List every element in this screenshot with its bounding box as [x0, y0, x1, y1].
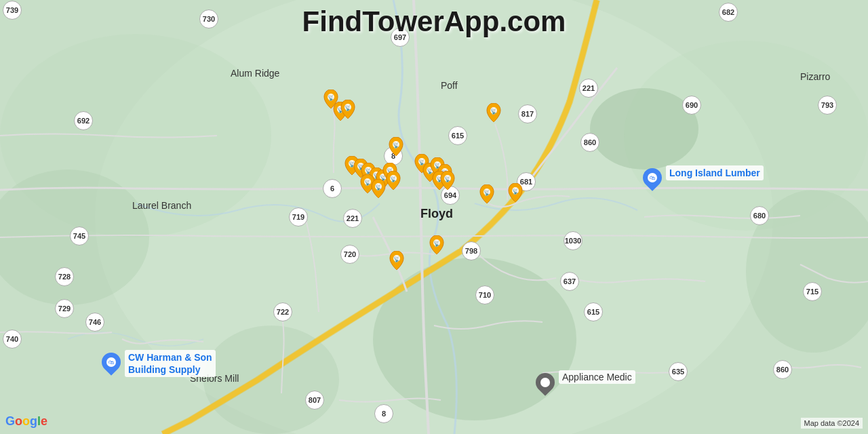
- tower-marker-t21[interactable]: 📡: [479, 184, 495, 203]
- road-label-r719: 719: [289, 208, 308, 226]
- road-label-r798: 798: [462, 241, 481, 260]
- road-label-r745: 745: [70, 226, 89, 245]
- road-label-r221a: 221: [579, 79, 598, 98]
- tower-marker-t3[interactable]: 📡: [340, 100, 356, 119]
- svg-text:📡: 📡: [393, 142, 399, 149]
- svg-text:📡: 📡: [444, 176, 451, 182]
- road-label-r6xx: 6: [323, 179, 342, 198]
- place-label-poff: Poff: [441, 80, 458, 91]
- svg-text:📡: 📡: [512, 188, 519, 195]
- business-marker-appliance-medic[interactable]: Appliance Medic: [536, 373, 555, 392]
- tower-marker-t4[interactable]: 📡: [388, 137, 404, 156]
- road-label-r728: 728: [55, 267, 74, 286]
- road-label-r860a: 860: [580, 133, 599, 152]
- map-container: FindTowerApp.com 73973069768269261581722…: [0, 0, 868, 434]
- tower-marker-t22[interactable]: 📡: [507, 183, 524, 202]
- road-label-r807: 807: [305, 391, 324, 410]
- road-label-r715: 715: [803, 282, 822, 301]
- road-label-r860b: 860: [773, 360, 792, 379]
- road-label-r221b: 221: [343, 209, 362, 228]
- map-attribution: Map data ©2024: [801, 418, 863, 429]
- road-label-r740: 740: [3, 330, 22, 349]
- business-marker-long-island-lumber[interactable]: 🛍 Long Island Lumber: [643, 168, 662, 187]
- tower-marker-t24[interactable]: 📡: [389, 251, 405, 270]
- tower-marker-t13[interactable]: 📡: [385, 171, 401, 190]
- place-label-laurel-branch: Laurel Branch: [132, 200, 191, 211]
- svg-text:📡: 📡: [490, 108, 497, 115]
- svg-text:📡: 📡: [433, 240, 440, 247]
- road-label-r690: 690: [682, 96, 701, 115]
- road-label-r739: 739: [3, 1, 22, 20]
- road-label-r746: 746: [85, 313, 104, 332]
- road-label-r682: 682: [719, 3, 738, 22]
- road-label-r729: 729: [55, 299, 74, 318]
- road-label-r692: 692: [74, 111, 93, 130]
- road-label-r722: 722: [273, 302, 292, 321]
- road-label-r635: 635: [669, 362, 688, 381]
- svg-text:📡: 📡: [328, 94, 334, 101]
- road-label-r817: 817: [518, 104, 537, 123]
- tower-marker-t5[interactable]: 📡: [486, 103, 502, 122]
- svg-text:📡: 📡: [393, 256, 400, 262]
- road-label-r710: 710: [475, 285, 494, 304]
- road-label-r615a: 615: [448, 126, 467, 145]
- road-label-r730: 730: [199, 9, 218, 28]
- svg-point-4: [590, 88, 698, 170]
- business-marker-cw-harman[interactable]: 🛍 CW Harman & SonBuilding Supply: [102, 353, 121, 372]
- page-title: FindTowerApp.com: [302, 5, 566, 38]
- road-label-r637: 637: [560, 272, 579, 291]
- svg-text:📡: 📡: [375, 184, 382, 191]
- google-logo: Google: [5, 414, 47, 429]
- svg-text:📡: 📡: [390, 176, 397, 182]
- road-label-r720: 720: [340, 245, 359, 264]
- road-label-r793: 793: [818, 96, 837, 115]
- svg-text:📡: 📡: [344, 104, 351, 111]
- svg-text:📡: 📡: [484, 189, 490, 196]
- road-label-r8b: 8: [374, 404, 393, 423]
- place-label-alum-ridge: Alum Ridge: [231, 68, 279, 79]
- road-label-r615b: 615: [584, 302, 603, 321]
- place-label-pizarro: Pizarro: [800, 71, 830, 82]
- place-label-floyd: Floyd: [420, 207, 453, 221]
- tower-marker-t14[interactable]: 📡: [370, 179, 387, 198]
- road-label-r1030: 1030: [564, 231, 583, 250]
- tower-marker-t23[interactable]: 📡: [429, 235, 445, 254]
- tower-marker-t20[interactable]: 📡: [439, 171, 456, 190]
- road-label-r680: 680: [750, 206, 769, 225]
